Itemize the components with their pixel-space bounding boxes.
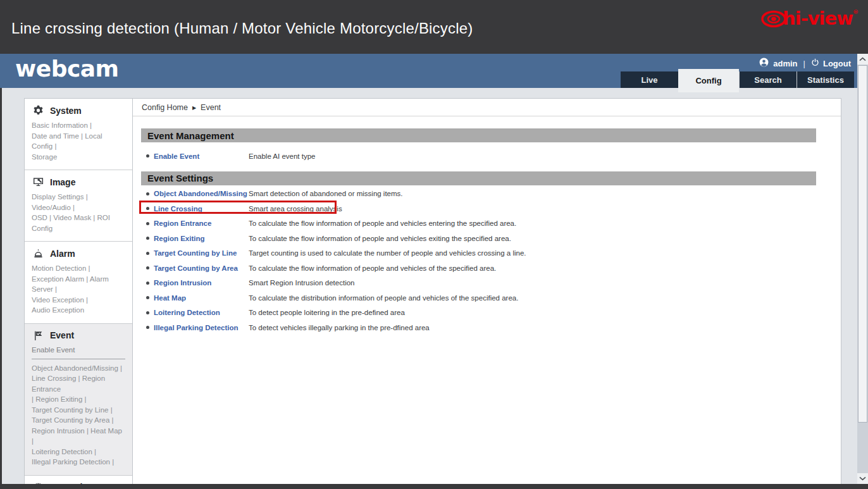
bullet-icon: [146, 311, 149, 314]
event-row-label: Heat Map: [146, 294, 249, 302]
event-management-rows: Enable Event Enable AI event type: [141, 149, 816, 164]
event-link-object-abandoned-missing[interactable]: Object Abandoned/Missing: [154, 190, 247, 197]
event-row-label: Target Counting by Line: [146, 249, 249, 257]
event-row-description: To calculate the flow information of peo…: [249, 220, 516, 227]
sidebar-links-line[interactable]: | Region Exiting |: [32, 394, 125, 405]
chevron-up-icon[interactable]: [857, 54, 868, 65]
tab-live[interactable]: Live: [621, 71, 678, 88]
sidebar-links-line[interactable]: Target Counting by Area |: [32, 415, 125, 426]
event-row: Illegal Parking Detection To detect vehi…: [141, 320, 816, 335]
event-row-label: Loitering Detection: [146, 309, 249, 316]
sidebar-section-title: Image: [50, 177, 75, 187]
hiview-logo: hi-view®: [760, 9, 858, 32]
sidebar-section-links: Motion Detection |Exception Alarm | Alar…: [32, 263, 125, 316]
sidebar-links-line[interactable]: Region Intrusion | Heat Map |: [32, 426, 125, 447]
webcam-logo: webcam: [15, 56, 119, 82]
sidebar-links-line[interactable]: OSD | Video Mask | ROI Config: [32, 213, 125, 233]
event-row-description: Smart Region Intrusion detection: [249, 279, 354, 287]
event-row-description: Target counting is used to calculate the…: [249, 249, 526, 257]
event-link-heat-map[interactable]: Heat Map: [154, 294, 186, 302]
event-row-label: Enable Event: [146, 152, 249, 160]
nav-tabs: LiveConfigSearchStatistics: [621, 69, 854, 88]
event-management-header: Event Management: [141, 128, 816, 142]
main-panel: Config Home ▶ Event Event Management Ena…: [132, 98, 841, 484]
sidebar-links-line[interactable]: Storage: [32, 152, 125, 163]
sidebar-section-title: Alarm: [50, 249, 75, 259]
sidebar-links-line[interactable]: Video Exception |: [32, 295, 125, 306]
event-link-loitering-detection[interactable]: Loitering Detection: [154, 309, 220, 316]
user-icon: [759, 58, 769, 69]
sidebar-links-line[interactable]: Object Abandoned/Missing |: [32, 363, 125, 374]
event-settings-rows: Object Abandoned/Missing Smart detection…: [141, 187, 816, 335]
bullet-icon: [146, 222, 149, 225]
sidebar-links-line[interactable]: Loitering Detection |: [32, 447, 125, 457]
bullet-icon: [146, 326, 149, 329]
sidebar-section-title: Event: [50, 330, 74, 340]
sidebar-section-header: System: [32, 105, 125, 116]
event-row: Target Counting by Area To calculate the…: [141, 261, 816, 276]
event-link-line-crossing[interactable]: Line Crossing: [154, 205, 202, 213]
user-divider: |: [802, 59, 807, 68]
event-link-target-counting-by-area[interactable]: Target Counting by Area: [154, 264, 238, 272]
sidebar-section-links: Basic Information |Date and Time | Local…: [32, 120, 125, 162]
sidebar-section-network: Network TCP/IP | Port | More...: [25, 476, 132, 485]
event-row: Region Entrance To calculate the flow in…: [141, 216, 816, 232]
event-link-illegal-parking-detection[interactable]: Illegal Parking Detection: [154, 324, 239, 331]
breadcrumb: Config Home ▶ Event: [133, 99, 841, 116]
sidebar-section-title: Network: [50, 482, 85, 484]
event-row: Loitering Detection To detect people loi…: [141, 306, 816, 321]
chevron-down-icon[interactable]: [857, 473, 868, 484]
sidebar-links-line[interactable]: Exception Alarm | Alarm Server |: [32, 274, 125, 295]
event-row-description: To calculate the distribution informatio…: [249, 294, 518, 302]
logout-button[interactable]: Logout: [811, 58, 851, 68]
bullet-icon: [146, 296, 149, 299]
sidebar-section-title: System: [50, 106, 82, 116]
registered-mark: ®: [853, 9, 858, 15]
tab-statistics[interactable]: Statistics: [797, 71, 854, 88]
sidebar-links-line[interactable]: Display Settings | Video/Audio |: [32, 192, 125, 213]
event-row-description: Smart area crossing analysis: [249, 205, 342, 213]
event-row: Line Crossing Smart area crossing analys…: [141, 201, 816, 216]
event-settings-header: Event Settings: [141, 171, 816, 185]
tab-search[interactable]: Search: [739, 71, 797, 88]
breadcrumb-config-home[interactable]: Config Home: [142, 103, 188, 112]
event-row: Enable Event Enable AI event type: [141, 149, 816, 164]
event-row: Heat Map To calculate the distribution i…: [141, 290, 816, 306]
event-link-region-intrusion[interactable]: Region Intrusion: [154, 279, 211, 287]
sidebar-section-image: Image Display Settings | Video/Audio |OS…: [25, 170, 132, 242]
slide-title-bar: Line crossing detection (Human / Motor V…: [0, 0, 868, 54]
event-link-target-counting-by-line[interactable]: Target Counting by Line: [154, 249, 237, 257]
breadcrumb-arrow-icon: ▶: [192, 104, 196, 111]
sidebar-section-header: Alarm: [32, 248, 125, 259]
username-label: admin: [773, 59, 797, 68]
event-row-description: Smart detection of abandoned or missing …: [249, 190, 403, 197]
event-row-label: Illegal Parking Detection: [146, 324, 249, 331]
sidebar-links-line[interactable]: Illegal Parking Detection |: [32, 457, 125, 467]
scrollbar-thumb[interactable]: [858, 65, 867, 423]
event-link-region-exiting[interactable]: Region Exiting: [154, 235, 205, 242]
vertical-scrollbar[interactable]: [857, 54, 868, 484]
sidebar-link-enable-event[interactable]: Enable Event: [32, 345, 125, 359]
gear-icon: [33, 105, 44, 116]
globe-icon: [33, 482, 44, 485]
sidebar-links-line[interactable]: Audio Exception: [32, 305, 125, 316]
sidebar-section-links: Enable EventObject Abandoned/Missing |Li…: [32, 345, 125, 467]
sidebar-links-line[interactable]: Date and Time | Local Config |: [32, 131, 125, 152]
sidebar-links-line[interactable]: Motion Detection |: [32, 263, 125, 274]
bullet-icon: [146, 282, 149, 285]
sidebar-links-line[interactable]: Target Counting by Line |: [32, 405, 125, 416]
top-navbar: webcam admin | Logout LiveConfigSearchSt…: [0, 54, 857, 88]
event-link-enable-event[interactable]: Enable Event: [154, 152, 199, 160]
breadcrumb-current: Event: [201, 103, 221, 112]
flag-icon: [33, 330, 44, 341]
bullet-icon: [146, 252, 149, 255]
event-row-description: To calculate the flow information of peo…: [249, 264, 496, 272]
event-row: Region Exiting To calculate the flow inf…: [141, 231, 816, 246]
event-row: Object Abandoned/Missing Smart detection…: [141, 187, 816, 202]
sidebar-links-line[interactable]: Basic Information |: [32, 120, 125, 131]
event-link-region-entrance[interactable]: Region Entrance: [154, 220, 211, 227]
sidebar-links-line[interactable]: Line Crossing | Region Entrance: [32, 373, 125, 394]
tab-config[interactable]: Config: [678, 69, 739, 92]
event-row-label: Target Counting by Area: [146, 264, 249, 272]
event-row-label: Object Abandoned/Missing: [146, 190, 249, 197]
